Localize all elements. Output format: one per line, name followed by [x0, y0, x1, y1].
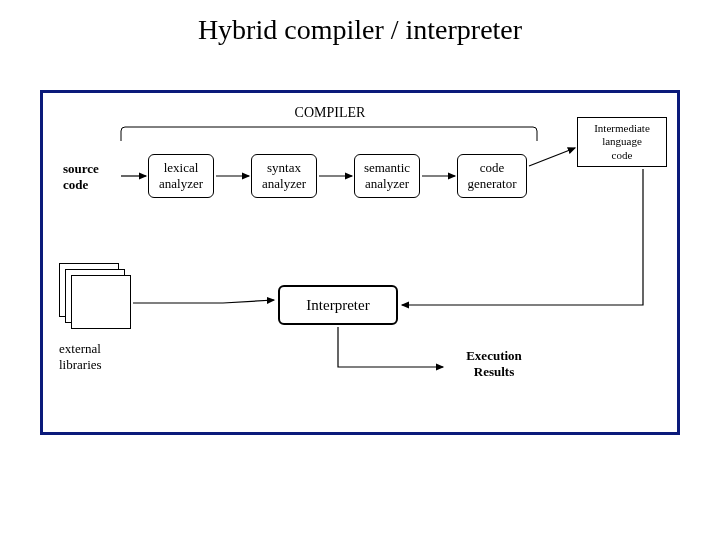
- code-generator-box: codegenerator: [457, 154, 527, 198]
- svg-line-4: [529, 148, 575, 166]
- external-libraries-label: externallibraries: [59, 341, 139, 372]
- semantic-analyzer-box: semanticanalyzer: [354, 154, 420, 198]
- library-stack-front: [71, 275, 131, 329]
- execution-results-label: ExecutionResults: [449, 348, 539, 379]
- syntax-analyzer-box: syntaxanalyzer: [251, 154, 317, 198]
- intermediate-code-box: Intermediatelanguagecode: [577, 117, 667, 167]
- compiler-section-label: COMPILER: [43, 105, 617, 121]
- lexical-analyzer-box: lexicalanalyzer: [148, 154, 214, 198]
- source-code-label: sourcecode: [63, 161, 123, 192]
- page-title: Hybrid compiler / interpreter: [0, 14, 720, 46]
- interpreter-box: Interpreter: [278, 285, 398, 325]
- diagram-frame: COMPILER sourcecode lexicalanalyzer synt…: [40, 90, 680, 435]
